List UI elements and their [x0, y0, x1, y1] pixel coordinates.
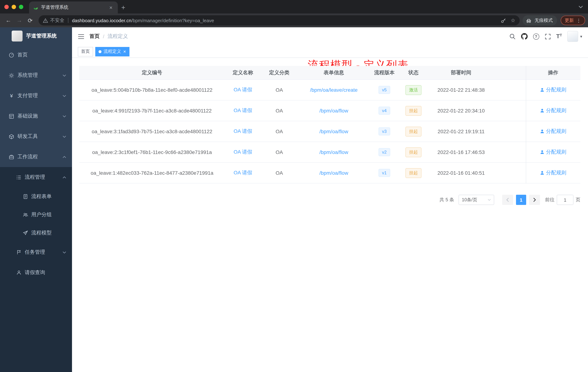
tag-process-definition[interactable]: 流程定义 × — [95, 47, 129, 56]
forward-icon[interactable]: → — [14, 15, 25, 26]
col-header-status: 状态 — [399, 69, 428, 76]
definition-name-link[interactable]: OA 请假 — [234, 170, 252, 175]
fullscreen-icon[interactable] — [545, 33, 551, 40]
sidebar-item-home[interactable]: 首页 — [0, 45, 72, 65]
form-link[interactable]: /bpm/oa/flow — [319, 129, 348, 134]
form-link[interactable]: /bpm/oa/flow — [319, 108, 348, 114]
back-icon[interactable]: ← — [3, 15, 14, 26]
breadcrumb-home[interactable]: 首页 — [89, 33, 100, 40]
avatar[interactable] — [567, 31, 578, 42]
definition-name-link[interactable]: OA 请假 — [234, 107, 252, 113]
sidebar-item-infra[interactable]: 基础设施 — [0, 106, 72, 126]
paper-plane-icon — [22, 230, 28, 236]
version-badge: v1 — [378, 169, 390, 177]
browser-update-button[interactable]: 更新 ⋮ — [561, 16, 585, 25]
zoom-window-button[interactable] — [19, 5, 23, 9]
address-bar[interactable]: 不安全 dashboard.yudao.iocoder.cn /bpm/mana… — [39, 15, 520, 25]
search-icon[interactable] — [509, 33, 515, 40]
main-area: 首页 / 流程定义 流程模型 - 定义列表 ? — [72, 27, 588, 372]
help-icon[interactable]: ? — [533, 33, 539, 40]
pagination-total: 共 5 条 — [440, 197, 454, 203]
not-secure-warning-icon — [43, 18, 48, 23]
sidebar-item-payment[interactable]: ¥ 支付管理 — [0, 86, 72, 106]
chevron-down-icon — [63, 115, 66, 117]
form-link[interactable]: /bpm/oa/leave/create — [310, 87, 358, 93]
form-link[interactable]: /bpm/oa/flow — [319, 170, 348, 176]
status-badge: 挂起 — [405, 168, 421, 178]
tag-close-icon[interactable]: × — [123, 49, 126, 54]
incognito-icon — [525, 17, 532, 24]
tag-home[interactable]: 首页 — [78, 47, 93, 56]
tab-search-icon[interactable] — [578, 5, 588, 8]
status-badge: 激活 — [405, 85, 421, 95]
user-menu[interactable]: ▾ — [567, 31, 582, 42]
breadcrumb: 首页 / 流程定义 — [89, 33, 128, 40]
person-icon — [16, 270, 21, 275]
tab-close-icon[interactable]: × — [108, 4, 114, 11]
goto-page-input[interactable] — [557, 195, 573, 205]
page-content: 定义编号 定义名称 定义分类 表单信息 流程版本 状态 部署时间 操作 oa_l… — [72, 58, 588, 372]
col-header-actions: 操作 — [526, 69, 580, 76]
definition-name-link[interactable]: OA 请假 — [234, 128, 252, 134]
assign-rule-link[interactable]: 分配规则 — [540, 87, 566, 93]
col-header-version: 流程版本 — [370, 69, 399, 76]
status-badge: 挂起 — [405, 106, 421, 116]
chevron-up-icon — [63, 176, 66, 178]
app-logo-row[interactable]: 芋道管理系统 — [0, 27, 72, 45]
definition-id: oa_leave:5:004b710b-7b8a-11ec-8ef0-acde4… — [79, 87, 225, 93]
definition-name-link[interactable]: OA 请假 — [234, 87, 252, 92]
password-key-icon[interactable] — [501, 18, 506, 23]
deploy-time: 2022-01-22 21:48:38 — [428, 87, 494, 93]
table-header-row: 定义编号 定义名称 定义分类 表单信息 流程版本 状态 部署时间 操作 — [79, 66, 580, 80]
sidebar-item-leave-query[interactable]: 请假查询 — [0, 263, 72, 283]
close-window-button[interactable] — [4, 5, 9, 9]
col-header-definition-id: 定义编号 — [79, 69, 225, 76]
url-path: /bpm/manager/definition?key=oa_leave — [131, 18, 214, 23]
font-size-icon[interactable]: TT — [556, 33, 562, 39]
definition-category: OA — [261, 87, 297, 93]
grid-icon — [9, 113, 14, 119]
sidebar-item-process-form[interactable]: 流程表单 — [0, 187, 72, 206]
update-label: 更新 — [565, 17, 574, 23]
incognito-label: 无痕模式 — [535, 17, 553, 23]
github-icon[interactable] — [521, 33, 527, 40]
new-tab-button[interactable]: + — [118, 1, 129, 13]
assign-rule-link[interactable]: 分配规则 — [540, 149, 566, 155]
chevron-down-icon — [63, 94, 66, 97]
assign-rule-link[interactable]: 分配规则 — [540, 107, 566, 114]
prev-page-button[interactable] — [502, 195, 513, 205]
app-title: 芋道管理系统 — [26, 33, 57, 39]
definition-id: oa_leave:4:991f2193-7b7f-11ec-a3c8-acde4… — [79, 108, 225, 114]
sidebar-item-workflow[interactable]: 工作流程 — [0, 147, 72, 167]
yen-icon: ¥ — [9, 93, 14, 98]
sidebar-item-process-mgmt[interactable]: 流程管理 — [0, 167, 72, 187]
sidebar-item-system[interactable]: 系统管理 — [0, 65, 72, 86]
sidebar-item-devtools[interactable]: 研发工具 — [0, 126, 72, 147]
reload-icon[interactable]: ⟳ — [25, 15, 36, 26]
assign-rule-link[interactable]: 分配规则 — [540, 170, 566, 176]
minimize-window-button[interactable] — [12, 5, 16, 9]
page-size-select[interactable]: 10条/页 — [459, 195, 494, 205]
col-header-definition-name: 定义名称 — [225, 69, 261, 76]
next-page-button[interactable] — [529, 195, 540, 205]
security-label[interactable]: 不安全 — [50, 17, 64, 24]
chevron-down-icon — [488, 199, 491, 201]
navbar-actions: ? TT ▾ — [509, 31, 582, 42]
form-link[interactable]: /bpm/oa/flow — [319, 149, 348, 155]
sidebar-item-process-model[interactable]: 流程模型 — [0, 224, 72, 242]
sidebar-collapse-icon[interactable] — [78, 34, 84, 39]
active-tag-dot — [99, 50, 101, 53]
page-number-button[interactable]: 1 — [516, 195, 526, 205]
browser-menu-icon[interactable]: ⋮ — [576, 18, 581, 23]
sidebar-item-task-mgmt[interactable]: 任务管理 — [0, 242, 72, 263]
favicon-icon — [33, 5, 38, 10]
definition-name-link[interactable]: OA 请假 — [234, 149, 252, 155]
browser-toolbar: ← → ⟳ 不安全 dashboard.yudao.iocoder.cn /bp… — [0, 13, 588, 27]
sidebar-item-user-group[interactable]: 用户分组 — [0, 206, 72, 224]
browser-tab[interactable]: 芋道管理系统 × — [29, 1, 118, 13]
fixed-column-divider — [526, 66, 526, 184]
definition-category: OA — [261, 149, 297, 155]
briefcase-icon — [9, 154, 14, 160]
bookmark-star-icon[interactable]: ☆ — [511, 17, 515, 23]
assign-rule-link[interactable]: 分配规则 — [540, 128, 566, 135]
